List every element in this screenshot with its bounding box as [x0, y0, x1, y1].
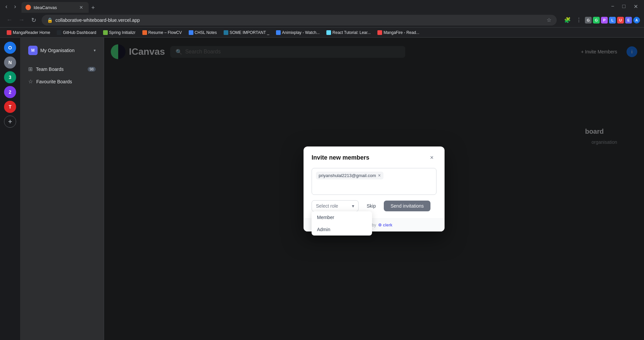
invite-modal: Invite new members × priyanshulal2213@gm… [304, 146, 445, 231]
email-tag-remove-button[interactable]: × [378, 173, 381, 178]
bookmark-star-icon[interactable]: ☆ [547, 17, 551, 23]
maximize-button[interactable]: □ [619, 2, 629, 11]
active-tab[interactable]: IdeaCanvas ✕ [21, 2, 89, 13]
extensions-button[interactable]: 🧩 [562, 15, 573, 25]
chevron-down-icon: ▾ [94, 48, 96, 53]
bookmark-resume[interactable]: Resume – FlowCV [140, 30, 185, 36]
workspace-icon-t[interactable]: T [4, 101, 16, 113]
org-name: My Organisation [40, 48, 91, 53]
email-tag-text: priyanshulal2213@gmail.com [319, 173, 376, 178]
bookmark-favicon [7, 30, 11, 35]
left-navigation: M My Organisation ▾ ⊞ Team Boards 98 ☆ F… [20, 38, 104, 340]
bookmark-favicon [103, 30, 108, 35]
back-nav-button[interactable]: ← [4, 15, 15, 26]
bookmark-label: Resume – FlowCV [148, 30, 182, 35]
secure-icon: 🔒 [47, 17, 53, 23]
bookmark-favicon [276, 30, 281, 35]
role-select-placeholder: Select role [316, 203, 349, 209]
bookmark-mangafire[interactable]: MangaFire - Read... [375, 30, 422, 36]
modal-close-button[interactable]: × [427, 153, 436, 163]
tab-title: IdeaCanvas [34, 5, 75, 10]
extension-icon-6[interactable]: E [625, 17, 632, 24]
workspace-icon-3[interactable]: 3 [4, 71, 16, 83]
address-bar-input[interactable]: 🔒 collaborative-whiteboard-blue.vercel.a… [42, 15, 557, 26]
send-invitations-button[interactable]: Send invitations [384, 201, 430, 211]
sidebar-item-favourite-boards[interactable]: ☆ Favourite Boards [23, 76, 101, 87]
add-workspace-button[interactable]: + [4, 116, 16, 128]
skip-button[interactable]: Skip [363, 201, 380, 211]
reload-button[interactable]: ↻ [28, 15, 39, 26]
bookmark-favicon [377, 30, 382, 35]
extension-icon-3[interactable]: P [601, 17, 608, 24]
modal-title: Invite new members [312, 154, 369, 161]
browser-settings-button[interactable]: ⋮ [574, 15, 584, 25]
extension-icon-5[interactable]: U [617, 17, 624, 24]
bookmark-label: MangaFire - Read... [383, 30, 419, 35]
role-option-admin[interactable]: Admin [312, 223, 372, 236]
bookmark-label: GitHub Dashboard [63, 30, 96, 35]
bookmark-spring[interactable]: Spring Initializr [100, 30, 138, 36]
bookmark-github[interactable]: GitHub Dashboard [54, 30, 99, 36]
email-tag: priyanshulal2213@gmail.com × [316, 172, 383, 179]
new-tab-button[interactable]: + [89, 3, 98, 13]
favourite-boards-icon: ☆ [28, 78, 33, 85]
favourite-boards-label: Favourite Boards [36, 79, 72, 84]
bookmark-label: Spring Initializr [109, 30, 136, 35]
workspace-icon-2[interactable]: 2 [4, 86, 16, 98]
extension-icon-1[interactable]: G [585, 17, 592, 24]
close-window-button[interactable]: ✕ [630, 2, 641, 11]
team-boards-label: Team Boards [36, 67, 63, 72]
email-input-area[interactable]: priyanshulal2213@gmail.com × [312, 168, 436, 195]
modal-actions: Select role ▾ Skip Send invitations [312, 200, 436, 212]
bookmark-favicon [142, 30, 147, 35]
bookmark-some-important[interactable]: SOME IMPORTANT _ [221, 30, 272, 36]
bookmark-label: MangaReader Home [13, 30, 50, 35]
extension-icon-2[interactable]: G [593, 17, 600, 24]
role-select-dropdown[interactable]: Select role ▾ [312, 200, 359, 212]
extension-icon-4[interactable]: L [609, 17, 616, 24]
bookmark-favicon [224, 30, 228, 35]
chevron-down-icon: ▾ [352, 203, 354, 209]
bookmark-favicon [57, 30, 61, 35]
bookmark-favicon [326, 30, 331, 35]
bookmark-favicon [189, 30, 193, 35]
back-button[interactable]: ‹ [3, 2, 10, 11]
workspace-icon-n[interactable]: N [4, 56, 16, 69]
org-header[interactable]: M My Organisation ▾ [23, 43, 101, 58]
sidebar-item-team-boards[interactable]: ⊞ Team Boards 98 [23, 63, 101, 75]
tab-close-button[interactable]: ✕ [78, 4, 85, 11]
bookmark-animixplay[interactable]: Animixplay - Watch... [273, 30, 322, 36]
clerk-logo: ⚙ clerk [378, 223, 392, 227]
bookmark-label: CHSL Notes [195, 30, 217, 35]
url-display: collaborative-whiteboard-blue.vercel.app [55, 17, 544, 23]
team-boards-icon: ⊞ [28, 66, 33, 72]
org-avatar: M [28, 46, 38, 55]
workspace-icon-o[interactable]: O [4, 42, 16, 54]
bookmark-label: Animixplay - Watch... [282, 30, 320, 35]
profile-avatar[interactable]: A [633, 17, 640, 24]
main-content: ICanvas 🔍 + Invite Members i board organ… [104, 38, 644, 340]
role-option-member[interactable]: Member [312, 211, 372, 223]
minimize-button[interactable]: − [608, 2, 617, 11]
bookmarks-bar: MangaReader Home GitHub Dashboard Spring… [0, 28, 644, 38]
role-dropdown-menu: Member Admin [312, 211, 372, 236]
forward-nav-button[interactable]: → [16, 15, 27, 26]
bookmark-react[interactable]: React Tutorial: Lear... [324, 30, 373, 36]
bookmark-label: React Tutorial: Lear... [332, 30, 371, 35]
modal-body: priyanshulal2213@gmail.com × Select role… [304, 168, 445, 218]
modal-header: Invite new members × [304, 146, 445, 168]
bookmark-chsl[interactable]: CHSL Notes [186, 30, 220, 36]
forward-button[interactable]: › [11, 2, 19, 11]
bookmark-label: SOME IMPORTANT _ [230, 30, 269, 35]
modal-overlay: Invite new members × priyanshulal2213@gm… [104, 38, 644, 340]
sidebar-icon-rail: O N 3 2 T + [0, 38, 20, 340]
team-boards-count: 98 [88, 67, 96, 72]
tab-favicon [26, 5, 31, 10]
bookmark-mangareader[interactable]: MangaReader Home [4, 30, 53, 36]
